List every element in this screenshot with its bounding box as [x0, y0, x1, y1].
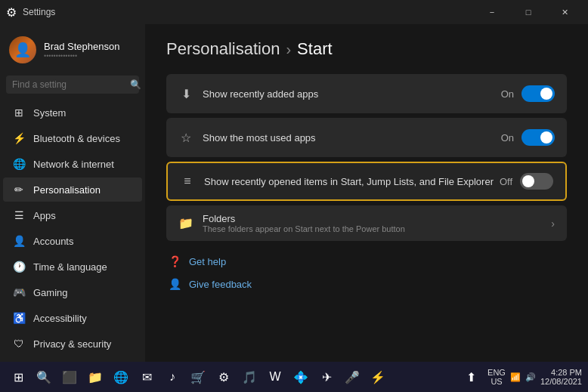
apps-icon: ☰ [12, 208, 26, 222]
sidebar-item-label: Privacy & security [33, 338, 111, 350]
setting-right: On [501, 129, 555, 146]
titlebar-title: Settings [23, 7, 55, 17]
file-explorer-taskbar[interactable]: 📁 [83, 365, 107, 389]
sidebar-item-label: Network & internet [33, 159, 114, 170]
search-input[interactable] [12, 79, 125, 90]
toggle-thumb [540, 131, 552, 144]
telegram-taskbar[interactable]: ✈ [314, 365, 339, 389]
sidebar-item-gaming[interactable]: 🎮 Gaming [3, 280, 142, 304]
sidebar-item-accounts[interactable]: 👤 Accounts [3, 229, 142, 253]
taskbar-date-label: 12/08/2021 [540, 377, 582, 386]
get-help-label: Get help [189, 256, 226, 267]
setting-value: Off [500, 176, 512, 187]
taskbar-right: ⬆ ENGUS 📶 🔊 4:28 PM 12/08/2021 [459, 365, 582, 389]
feedback-icon: 👤 [168, 277, 181, 291]
download-icon: ⬇ [178, 86, 193, 101]
folders-title: Folders [203, 213, 405, 224]
accounts-icon: 👤 [12, 234, 26, 248]
give-feedback-link[interactable]: 👤 Give feedback [166, 273, 567, 295]
list-icon: ≡ [180, 174, 195, 189]
sidebar-item-system[interactable]: ⊞ System [3, 100, 142, 125]
avatar: 👤 [9, 36, 36, 63]
music-taskbar[interactable]: ♪ [160, 365, 184, 389]
sidebar-item-label: Time & language [33, 261, 107, 273]
setting-label: Show the most used apps [203, 132, 316, 144]
content-area: Personalisation › Start ⬇ Show recently … [145, 24, 588, 362]
teams-taskbar[interactable]: 💠 [289, 365, 313, 389]
time-icon: 🕐 [12, 260, 26, 273]
breadcrumb: Personalisation › Start [166, 39, 567, 59]
setting-row-recently-added[interactable]: ⬇ Show recently added apps On [166, 74, 567, 113]
mail-taskbar[interactable]: ✉ [135, 365, 159, 389]
sidebar-item-apps[interactable]: ☰ Apps [3, 203, 142, 227]
titlebar-controls: − □ ✕ [475, 0, 582, 24]
folders-row[interactable]: 📁 Folders These folders appear on Start … [166, 205, 567, 241]
help-icon: ❓ [168, 255, 181, 268]
taskbar-left: ⊞ 🔍 ⬛ 📁 🌐 ✉ ♪ 🛒 ⚙ 🎵 W 💠 ✈ 🎤 ⚡ [6, 365, 390, 389]
sidebar-item-label: Accessibility [33, 313, 87, 324]
maximize-button[interactable]: □ [511, 0, 546, 24]
sidebar-item-label: Gaming [33, 287, 68, 298]
store-taskbar[interactable]: 🛒 [186, 365, 210, 389]
search-taskbar-button[interactable]: 🔍 [32, 365, 56, 389]
system-icon: ⊞ [12, 106, 26, 119]
sidebar-item-label: System [33, 107, 66, 119]
user-name: Brad Stephenson [44, 41, 119, 52]
taskbar-volume: 🔊 [525, 372, 536, 382]
setting-row-recently-opened[interactable]: ≡ Show recently opened items in Start, J… [166, 162, 567, 201]
search-icon: 🔍 [130, 79, 141, 90]
start-button[interactable]: ⊞ [6, 365, 30, 389]
setting-row-most-used[interactable]: ☆ Show the most used apps On [166, 118, 567, 157]
taskbar-language: ENGUS [487, 368, 506, 386]
taskbar-clock[interactable]: 4:28 PM 12/08/2021 [540, 368, 582, 386]
settings-taskbar[interactable]: ⚙ [212, 365, 236, 389]
toggle-recently-added[interactable] [521, 85, 555, 102]
sidebar-item-personalisation[interactable]: ✏ Personalisation [3, 177, 142, 202]
edge-taskbar[interactable]: 🌐 [109, 365, 133, 389]
sidebar-item-privacy[interactable]: 🛡 Privacy & security [3, 332, 142, 356]
setting-left: ⬇ Show recently added apps [178, 86, 318, 101]
search-box[interactable]: 🔍 [6, 76, 139, 94]
sidebar-item-accessibility[interactable]: ♿ Accessibility [3, 306, 142, 330]
star-icon: ☆ [178, 130, 193, 145]
give-feedback-label: Give feedback [189, 279, 252, 290]
breadcrumb-parent[interactable]: Personalisation [166, 39, 280, 59]
taskbar: ⊞ 🔍 ⬛ 📁 🌐 ✉ ♪ 🛒 ⚙ 🎵 W 💠 ✈ 🎤 ⚡ ⬆ ENGUS 📶 … [0, 362, 588, 392]
toggle-recently-opened[interactable] [520, 173, 553, 190]
setting-right: On [501, 85, 555, 102]
titlebar-left: ⚙ Settings [6, 5, 55, 20]
chevron-right-icon: › [551, 218, 555, 230]
setting-value: On [501, 132, 514, 144]
sidebar-item-label: Apps [33, 210, 56, 221]
folders-subtitle: These folders appear on Start next to th… [203, 224, 405, 233]
get-help-link[interactable]: ❓ Get help [166, 250, 567, 273]
sidebar-item-label: Personalisation [33, 184, 101, 196]
settings-app-icon: ⚙ [6, 5, 17, 20]
spotify-taskbar[interactable]: 🎵 [237, 365, 262, 389]
personalisation-icon: ✏ [12, 183, 26, 196]
minimize-button[interactable]: − [475, 0, 509, 24]
breadcrumb-separator: › [286, 41, 291, 58]
setting-left: ≡ Show recently opened items in Start, J… [180, 174, 494, 189]
task-view-button[interactable]: ⬛ [57, 365, 82, 389]
sidebar-item-bluetooth[interactable]: ⚡ Bluetooth & devices [3, 126, 142, 150]
close-button[interactable]: ✕ [547, 0, 582, 24]
privacy-icon: 🛡 [12, 337, 26, 350]
user-profile[interactable]: 👤 Brad Stephenson •••••••••••••• [0, 30, 145, 73]
tango-taskbar[interactable]: ⚡ [366, 365, 390, 389]
mic-taskbar[interactable]: 🎤 [340, 365, 364, 389]
chevron-up-icon[interactable]: ⬆ [459, 365, 483, 389]
word-taskbar[interactable]: W [263, 365, 287, 389]
folders-text: Folders These folders appear on Start ne… [203, 213, 405, 233]
setting-label: Show recently opened items in Start, Jum… [204, 176, 494, 187]
toggle-most-used[interactable] [521, 129, 555, 146]
sidebar-item-time[interactable]: 🕐 Time & language [3, 255, 142, 279]
sidebar-item-network[interactable]: 🌐 Network & internet [3, 152, 142, 176]
user-info: Brad Stephenson •••••••••••••• [44, 41, 119, 60]
taskbar-time-label: 4:28 PM [551, 368, 582, 377]
setting-value: On [501, 88, 514, 100]
gaming-icon: 🎮 [12, 286, 26, 299]
setting-label: Show recently added apps [203, 88, 318, 100]
setting-right: Off [500, 173, 553, 190]
toggle-thumb [522, 175, 534, 187]
